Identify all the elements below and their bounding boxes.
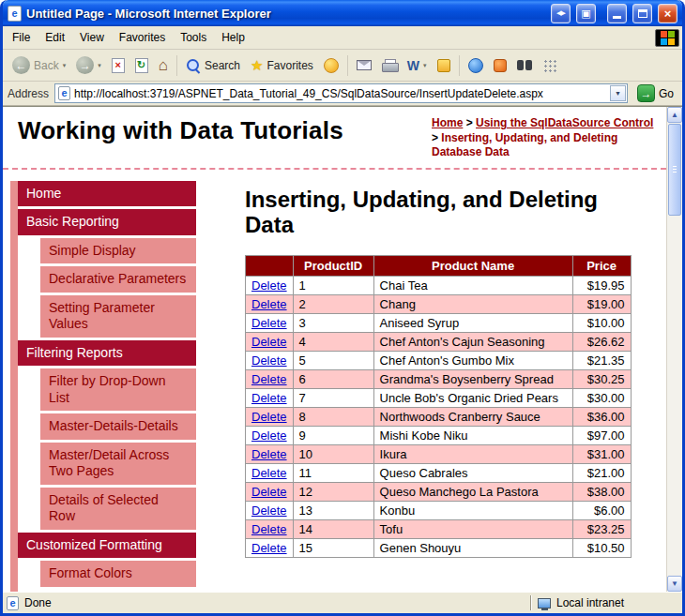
sidebar-item-basic-reporting[interactable]: Basic Reporting <box>18 209 196 235</box>
sidebar-item-home[interactable]: Home <box>18 181 196 207</box>
menu-item-help[interactable]: Help <box>214 27 252 48</box>
msn-icon <box>494 59 507 72</box>
sidebar-item-declarative-parameters[interactable]: Declarative Parameters <box>40 266 196 293</box>
breadcrumb-separator: > <box>432 131 441 144</box>
cell-price: $21.00 <box>572 463 631 482</box>
cell-productid: 13 <box>293 501 373 519</box>
toolbar-options-button[interactable] <box>538 54 561 76</box>
delete-link[interactable]: Delete <box>251 485 287 499</box>
search-button[interactable]: Search <box>181 54 245 77</box>
media-button[interactable] <box>319 54 343 77</box>
menu-item-file[interactable]: File <box>5 27 38 48</box>
delete-link[interactable]: Delete <box>251 410 287 424</box>
sidebar-item-filtering-reports[interactable]: Filtering Reports <box>18 340 196 367</box>
close-button[interactable]: × <box>658 4 677 23</box>
address-input[interactable]: e http://localhost:3719/ASPNET_Data_Tuto… <box>54 83 628 103</box>
scrollbar-thumb[interactable] <box>668 124 681 216</box>
delete-link[interactable]: Delete <box>251 522 287 536</box>
table-row: Delete6Grandma's Boysenberry Spread$30.2… <box>246 369 632 388</box>
maximize-button[interactable] <box>632 4 652 23</box>
cell-productid: 7 <box>293 388 373 407</box>
mail-button[interactable] <box>352 56 376 74</box>
print-button[interactable] <box>377 55 402 75</box>
cell-productname: Aniseed Syrup <box>373 313 572 332</box>
go-button[interactable]: → Go <box>633 84 677 102</box>
delete-link[interactable]: Delete <box>251 372 287 386</box>
cell-productname: Mishi Kobe Niku <box>373 426 572 444</box>
sidebar-item-master-detail-across-two-pages[interactable]: Master/Detail Across Two Pages <box>40 443 196 485</box>
sidebar-item-filter-by-drop-down-list[interactable]: Filter by Drop-Down List <box>40 368 196 411</box>
delete-link[interactable]: Delete <box>251 428 287 443</box>
delete-link[interactable]: Delete <box>251 335 287 349</box>
sidebar-item-customized-formatting[interactable]: Customized Formatting <box>18 533 196 559</box>
back-button[interactable]: ← Back ▾ <box>8 53 70 78</box>
stop-button[interactable]: × <box>107 54 129 77</box>
cell-delete: Delete <box>246 276 294 294</box>
cell-price: $97.00 <box>572 426 631 444</box>
sidebar-item-master-details-details[interactable]: Master-Details-Details <box>40 413 196 440</box>
word-icon: W <box>407 59 419 72</box>
breadcrumb: Home > Using the SqlDataSource Control >… <box>432 116 659 160</box>
discuss-button[interactable] <box>433 55 455 76</box>
cell-price: $6.00 <box>572 501 631 519</box>
menu-item-favorites[interactable]: Favorites <box>112 27 173 48</box>
delete-link[interactable]: Delete <box>251 278 287 293</box>
grid-icon <box>542 58 556 72</box>
status-page-icon: e <box>7 596 19 610</box>
minimize-button[interactable] <box>607 4 627 23</box>
scroll-down-button[interactable]: ▼ <box>667 576 682 592</box>
research-button[interactable] <box>512 56 537 74</box>
breadcrumb-separator: > <box>463 116 476 129</box>
delete-link[interactable]: Delete <box>251 297 287 311</box>
table-row: Delete9Mishi Kobe Niku$97.00 <box>246 426 632 444</box>
delete-link[interactable]: Delete <box>251 353 287 368</box>
refresh-button[interactable]: ↻ <box>130 54 153 77</box>
delete-link[interactable]: Delete <box>251 541 287 555</box>
cell-productid: 4 <box>293 332 373 351</box>
breadcrumb-link-home[interactable]: Home <box>432 116 463 129</box>
edit-word-button[interactable]: W▾ <box>403 55 432 76</box>
delete-link[interactable]: Delete <box>251 391 287 405</box>
page-content: Working with Data Tutorials Home > Using… <box>3 106 682 592</box>
messenger-button[interactable] <box>464 54 488 77</box>
favorites-star-icon: ★ <box>251 58 263 72</box>
sidebar-item-format-colors[interactable]: Format Colors <box>40 561 196 587</box>
breadcrumb-link-sqldatasource[interactable]: Using the SqlDataSource Control <box>476 116 653 129</box>
cell-delete: Delete <box>246 388 294 407</box>
scrollbar-track[interactable] <box>667 217 682 576</box>
scroll-up-button[interactable]: ▲ <box>667 107 682 123</box>
msn-button[interactable] <box>489 55 511 76</box>
flag-green <box>668 31 675 38</box>
toolbar-separator <box>459 55 460 76</box>
address-bar: Address e http://localhost:3719/ASPNET_D… <box>3 82 682 106</box>
page-title: Inserting, Updating, and Deleting Data <box>245 187 601 238</box>
local-intranet-icon <box>538 598 551 608</box>
home-button[interactable]: ⌂ <box>154 53 173 77</box>
favorites-button[interactable]: ★Favorites <box>246 54 318 76</box>
cell-productid: 11 <box>293 463 373 482</box>
status-text: Done <box>24 596 52 609</box>
sidebar-nav: HomeBasic ReportingSimple DisplayDeclara… <box>3 181 196 592</box>
scroll-up-icon: ▲ <box>671 112 678 119</box>
grid-col-header-productid: ProductID <box>293 255 373 276</box>
cell-delete: Delete <box>246 332 294 351</box>
vertical-scrollbar[interactable]: ▲ ▼ <box>666 107 682 592</box>
address-dropdown-button[interactable]: ▼ <box>610 85 626 101</box>
monitor-button[interactable]: ▣ <box>576 4 596 23</box>
cell-delete: Delete <box>246 463 294 482</box>
menu-item-edit[interactable]: Edit <box>38 27 72 48</box>
cell-productname: Chef Anton's Gumbo Mix <box>373 351 572 369</box>
delete-link[interactable]: Delete <box>251 316 287 330</box>
sidebar-item-details-of-selected-row[interactable]: Details of Selected Row <box>40 488 196 530</box>
menu-item-view[interactable]: View <box>72 27 112 48</box>
titlebar[interactable]: e Untitled Page - Microsoft Internet Exp… <box>3 0 682 26</box>
delete-link[interactable]: Delete <box>251 447 287 461</box>
delete-link[interactable]: Delete <box>251 503 287 518</box>
sidebar-item-simple-display[interactable]: Simple Display <box>40 238 196 264</box>
monitor-swap-button[interactable]: ◀▶ <box>551 4 571 23</box>
forward-button[interactable]: → ▾ <box>71 53 106 78</box>
menu-item-tools[interactable]: Tools <box>173 27 214 48</box>
site-header: Working with Data Tutorials Home > Using… <box>3 107 666 170</box>
delete-link[interactable]: Delete <box>251 466 287 480</box>
sidebar-item-setting-parameter-values[interactable]: Setting Parameter Values <box>40 295 196 338</box>
